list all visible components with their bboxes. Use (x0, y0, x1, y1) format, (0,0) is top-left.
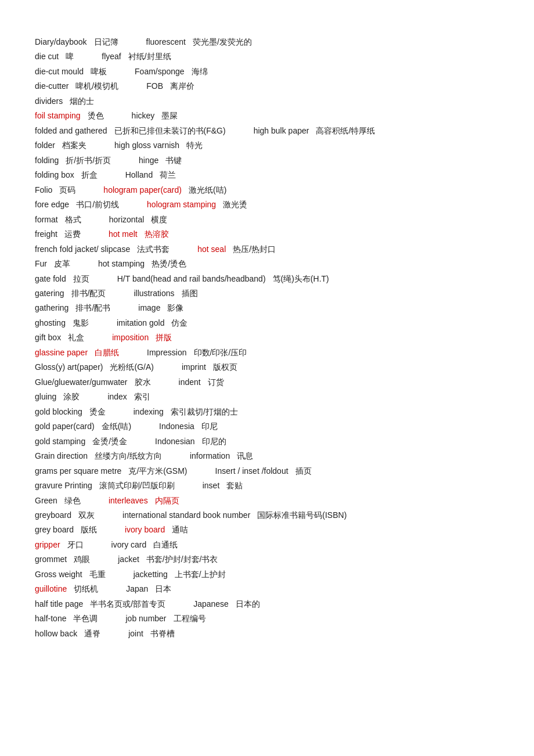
glossary-line: dividers烟的士 (35, 94, 499, 109)
glossary-term: hologram stamping (147, 197, 216, 212)
glossary-pair: hot seal热压/热封口 (197, 242, 287, 257)
glossary-term: ivory card (111, 538, 147, 552)
glossary-pair: index索引 (107, 390, 161, 404)
glossary-term: gathering (35, 301, 68, 315)
glossary-line: gift box礼盒imposition拼版 (35, 330, 499, 345)
glossary-term: Japan (126, 582, 148, 596)
glossary-translation: 涂胶 (63, 390, 80, 404)
glossary-translation: 书键 (165, 153, 182, 168)
glossary-translation: 仿金 (171, 316, 187, 330)
glossary-pair: die-cut mould啤板 (35, 64, 118, 79)
glossary-pair: gold paper(card)金纸(咭) (35, 419, 143, 434)
glossary-translation: 烫金 (89, 405, 106, 419)
glossary-term: interleaves (109, 494, 148, 508)
glossary-pair: half title page半书名页或/部首专页 (35, 597, 177, 611)
glossary-term: Glue/gluewater/gumwater (35, 375, 128, 390)
glossary-term: Grain direction (35, 449, 88, 463)
glossary-pair: flyeaf衬纸/封里纸 (102, 49, 182, 64)
glossary-line: gravure Printing滚筒式印刷/凹版印刷inset套贴 (35, 478, 499, 493)
glossary-term: imposition (112, 330, 149, 345)
glossary-pair: fore edge书口/前切线 (35, 197, 131, 212)
glossary-translation: 鸡眼 (74, 552, 90, 567)
glossary-pair: hot melt热溶胶 (109, 227, 181, 242)
glossary-term: jacket (118, 552, 139, 567)
glossary-translation: 半色调 (73, 611, 98, 626)
glossary-translation: 通脊 (84, 627, 100, 641)
glossary-line: die cut啤flyeaf衬纸/封里纸 (35, 49, 499, 64)
glossary-term: ivory board (125, 523, 165, 537)
glossary-pair: Indonesian印尼的 (155, 434, 238, 449)
glossary-line: grams per square metre克/平方米(GSM)Insert /… (35, 464, 499, 478)
glossary-line: die-cut mould啤板Foam/sponge海绵 (35, 64, 499, 79)
glossary-pair: gate fold拉页 (35, 272, 101, 286)
glossary-container: Diary/daybook日记簿fluorescent荧光墨/发荧光的die c… (35, 35, 499, 641)
glossary-line: Gross weight毛重jacketting上书套/上护封 (35, 567, 499, 582)
glossary-translation: 日记簿 (94, 35, 118, 49)
glossary-pair: die cut啤 (35, 49, 85, 64)
glossary-pair: Glue/gluewater/gumwater胶水 (35, 375, 163, 390)
glossary-translation: 荷兰 (160, 168, 176, 182)
glossary-pair: imitation gold仿金 (117, 316, 200, 330)
glossary-pair: ivory board通咭 (125, 523, 200, 537)
glossary-pair: die-cutter啤机/模切机 (35, 79, 130, 93)
glossary-term: Fur (35, 257, 47, 271)
glossary-pair: hot stamping热烫/烫色 (98, 257, 198, 271)
glossary-pair: Gross weight毛重 (35, 567, 117, 582)
glossary-translation: 烫色 (88, 109, 104, 123)
glossary-term: international standard book number (122, 508, 250, 523)
glossary-term: fluorescent (146, 35, 186, 49)
glossary-line: folder档案夹high gloss varnish特光 (35, 138, 499, 153)
glossary-translation: 丝缕方向/纸纹方向 (95, 449, 162, 463)
glossary-pair: Green绿色 (35, 494, 92, 508)
glossary-line: gatering排书/配页illustrations插图 (35, 286, 499, 301)
glossary-pair: information讯息 (190, 449, 265, 463)
glossary-translation: 切纸机 (74, 582, 98, 596)
glossary-pair: foil stamping烫色 (35, 109, 116, 123)
glossary-pair: indexing索引裁切/打烟的士 (134, 405, 250, 419)
glossary-pair: Holland荷兰 (125, 168, 187, 182)
glossary-term: hot stamping (98, 257, 145, 271)
glossary-translation: 啤 (66, 49, 74, 64)
glossary-pair: indent订货 (179, 375, 236, 390)
glossary-line: Fur皮革hot stamping热烫/烫色 (35, 257, 499, 271)
glossary-translation: 笃(绳)头布(H.T) (273, 272, 329, 286)
glossary-translation: 光粉纸(G/A) (110, 360, 153, 375)
glossary-pair: glassine paper白腊纸 (35, 345, 131, 360)
glossary-translation: 啤机/模切机 (75, 79, 118, 93)
glossary-line: gold stamping金烫/烫金Indonesian印尼的 (35, 434, 499, 449)
glossary-term: grey board (35, 523, 74, 537)
glossary-translation: 国际标准书籍号码(ISBN) (257, 508, 347, 523)
glossary-translation: 插页 (295, 464, 312, 478)
glossary-pair: gathering排书/配书 (35, 301, 122, 315)
glossary-translation: 日本 (155, 582, 171, 596)
glossary-pair: greyboard双灰 (35, 508, 106, 523)
glossary-translation: 排书/配页 (71, 286, 106, 301)
glossary-pair: hollow back通脊 (35, 627, 112, 641)
glossary-pair: folder档案夹 (35, 138, 98, 153)
glossary-pair: hologram paper(card)激光纸(咭) (103, 183, 238, 197)
glossary-term: dividers (35, 94, 63, 109)
glossary-pair: ghosting鬼影 (35, 316, 100, 330)
glossary-line: format格式horizontal横度 (35, 213, 499, 227)
glossary-translation: 插图 (182, 286, 198, 301)
glossary-pair: guillotine切纸机 (35, 582, 110, 596)
glossary-pair: fluorescent荧光墨/发荧光的 (146, 35, 264, 49)
glossary-pair: Grain direction丝缕方向/纸纹方向 (35, 449, 174, 463)
glossary-term: hot seal (197, 242, 226, 257)
glossary-pair: folding折/折书/折页 (35, 153, 122, 168)
glossary-term: folding (35, 153, 59, 168)
glossary-line: gold paper(card)金纸(咭)Indonesia印尼 (35, 419, 499, 434)
glossary-pair: hologram stamping激光烫 (147, 197, 259, 212)
glossary-translation: 墨屎 (161, 109, 178, 123)
glossary-term: folder (35, 138, 55, 153)
glossary-pair: FOB离岸价 (146, 79, 206, 93)
glossary-line: freight运费hot melt热溶胶 (35, 227, 499, 242)
glossary-pair: gatering排书/配页 (35, 286, 117, 301)
glossary-line: french fold jacket/ slipcase法式书套hot seal… (35, 242, 499, 257)
glossary-pair: horizontal横度 (109, 213, 179, 227)
glossary-term: Gross weight (35, 567, 82, 582)
glossary-term: high gloss varnish (114, 138, 179, 153)
glossary-line: grey board版纸ivory board通咭 (35, 523, 499, 537)
glossary-translation: 法式书套 (137, 242, 169, 257)
glossary-pair: grommet鸡眼 (35, 552, 102, 567)
